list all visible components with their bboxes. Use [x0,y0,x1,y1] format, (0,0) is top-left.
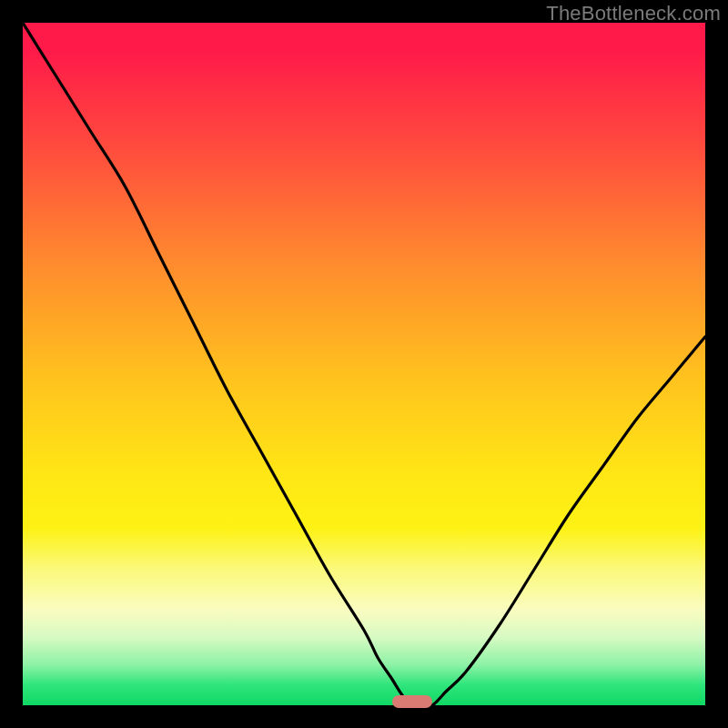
chart-frame: TheBottleneck.com [0,0,728,728]
bottleneck-curve [23,23,705,705]
minimum-marker [392,695,432,708]
plot-area [23,23,705,705]
watermark-text: TheBottleneck.com [546,2,721,25]
